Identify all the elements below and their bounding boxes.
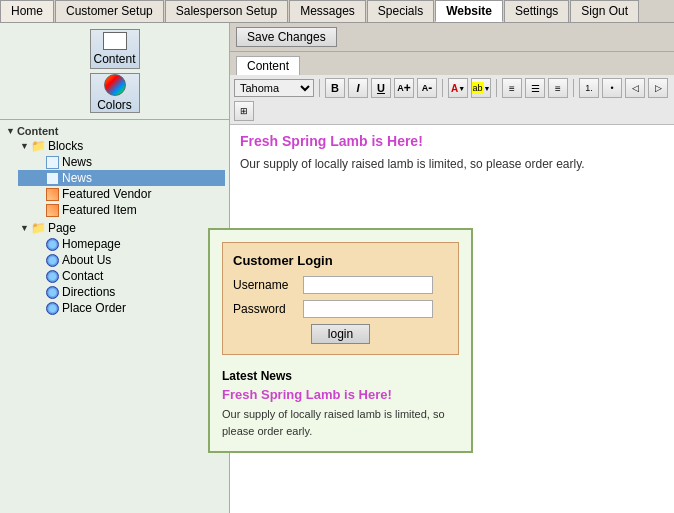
colors-icon: [104, 74, 126, 96]
tab-salesperson-setup[interactable]: Salesperson Setup: [165, 0, 288, 22]
news-section-label: Latest News: [222, 369, 459, 383]
tree-directions[interactable]: Directions: [18, 284, 225, 300]
unordered-list-button[interactable]: •: [602, 78, 622, 98]
username-input[interactable]: [303, 276, 433, 294]
collapse-icon[interactable]: ▼: [6, 126, 15, 136]
tree-blocks[interactable]: ▼ Blocks: [18, 138, 225, 154]
italic-button[interactable]: I: [348, 78, 368, 98]
tree-featured-item[interactable]: Featured Item: [18, 202, 225, 218]
login-box: Customer Login Username Password login: [222, 242, 459, 355]
table-button[interactable]: ⊞: [234, 101, 254, 121]
save-toolbar: Save Changes: [230, 23, 674, 52]
top-nav: Home Customer Setup Salesperson Setup Me…: [0, 0, 674, 23]
content-tree: ▼ Content ▼ Blocks News News: [0, 120, 229, 513]
placeorder-globe-icon: [46, 302, 59, 315]
login-button[interactable]: login: [311, 324, 370, 344]
news1-file-icon: [46, 156, 59, 169]
align-center-button[interactable]: ☰: [525, 78, 545, 98]
font-color-button[interactable]: A ▼: [448, 78, 468, 98]
tree-page[interactable]: ▼ Page: [18, 220, 225, 236]
bold-button[interactable]: B: [325, 78, 345, 98]
password-input[interactable]: [303, 300, 433, 318]
content-tab[interactable]: Content: [236, 56, 300, 75]
ordered-list-button[interactable]: 1.: [579, 78, 599, 98]
divider-4: [573, 79, 574, 97]
vendor-icon: [46, 188, 59, 201]
tab-sign-out[interactable]: Sign Out: [570, 0, 639, 22]
username-field: Username: [233, 276, 448, 294]
dropdown-arrow: ▼: [458, 85, 465, 92]
indent-increase-button[interactable]: ▷: [648, 78, 668, 98]
overlay-panel: Customer Login Username Password login L…: [208, 228, 473, 453]
indent-decrease-button[interactable]: ◁: [625, 78, 645, 98]
tab-messages[interactable]: Messages: [289, 0, 366, 22]
underline-button[interactable]: U: [371, 78, 391, 98]
editor-title: Fresh Spring Lamb is Here!: [240, 133, 664, 149]
page-collapse-icon[interactable]: ▼: [20, 223, 29, 233]
tree-content-label: ▼ Content: [4, 124, 225, 138]
sidebar: Content Colors ▼ Content ▼ Blocks: [0, 23, 230, 513]
news-title: Fresh Spring Lamb is Here!: [222, 387, 459, 402]
homepage-globe-icon: [46, 238, 59, 251]
font-select[interactable]: Tahoma: [234, 79, 314, 97]
highlight-color-button[interactable]: ab ▼: [471, 78, 491, 98]
item-icon: [46, 204, 59, 217]
tab-specials[interactable]: Specials: [367, 0, 434, 22]
page-section: ▼ Page Homepage About Us Contact: [4, 220, 225, 316]
format-toolbar: Tahoma B I U A+ A- A ▼ ab ▼ ≡ ☰ ≡ 1. •: [230, 75, 674, 125]
tree-featured-vendor[interactable]: Featured Vendor: [18, 186, 225, 202]
password-field: Password: [233, 300, 448, 318]
tree-place-order[interactable]: Place Order: [18, 300, 225, 316]
tree-contact[interactable]: Contact: [18, 268, 225, 284]
content-tab-bar: Content: [230, 52, 674, 75]
tree-about-us[interactable]: About Us: [18, 252, 225, 268]
news-body: Our supply of locally raised lamb is lim…: [222, 406, 459, 439]
colors-button[interactable]: Colors: [90, 73, 140, 113]
sidebar-buttons: Content Colors: [0, 23, 229, 120]
username-label: Username: [233, 278, 303, 292]
login-title: Customer Login: [233, 253, 448, 268]
tab-settings[interactable]: Settings: [504, 0, 569, 22]
aboutus-globe-icon: [46, 254, 59, 267]
divider-1: [319, 79, 320, 97]
directions-globe-icon: [46, 286, 59, 299]
password-label: Password: [233, 302, 303, 316]
align-right-button[interactable]: ≡: [548, 78, 568, 98]
divider-2: [442, 79, 443, 97]
tab-home[interactable]: Home: [0, 0, 54, 22]
news2-file-icon: [46, 172, 59, 185]
tab-website[interactable]: Website: [435, 0, 503, 22]
content-button[interactable]: Content: [90, 29, 140, 69]
divider-3: [496, 79, 497, 97]
blocks-section: ▼ Blocks News News Featured Vendor: [4, 138, 225, 218]
login-btn-row: login: [233, 324, 448, 344]
news-section: Latest News Fresh Spring Lamb is Here! O…: [222, 365, 459, 439]
align-left-button[interactable]: ≡: [502, 78, 522, 98]
tab-customer-setup[interactable]: Customer Setup: [55, 0, 164, 22]
blocks-collapse-icon[interactable]: ▼: [20, 141, 29, 151]
editor-body: Our supply of locally raised lamb is lim…: [240, 155, 664, 173]
superscript-button[interactable]: A+: [394, 78, 414, 98]
subscript-button[interactable]: A-: [417, 78, 437, 98]
tree-news-2[interactable]: News: [18, 170, 225, 186]
tree-news-1[interactable]: News: [18, 154, 225, 170]
save-button[interactable]: Save Changes: [236, 27, 337, 47]
content-icon: [103, 32, 127, 50]
page-folder-icon: [31, 221, 48, 235]
contact-globe-icon: [46, 270, 59, 283]
tree-homepage[interactable]: Homepage: [18, 236, 225, 252]
blocks-folder-icon: [31, 139, 48, 153]
